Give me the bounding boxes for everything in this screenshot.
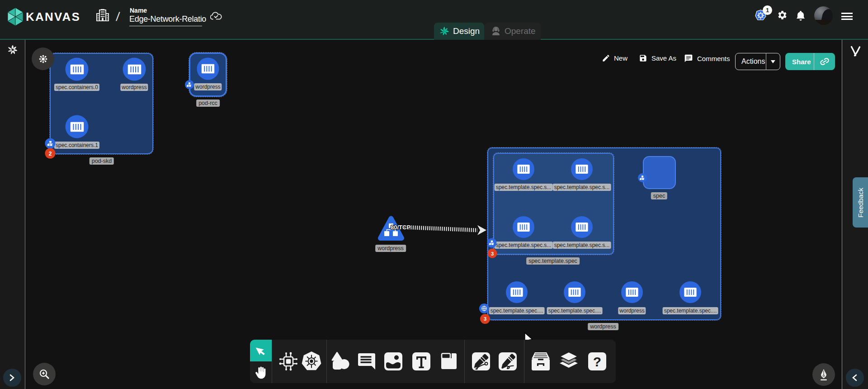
svg-text:?: ? xyxy=(593,354,601,369)
